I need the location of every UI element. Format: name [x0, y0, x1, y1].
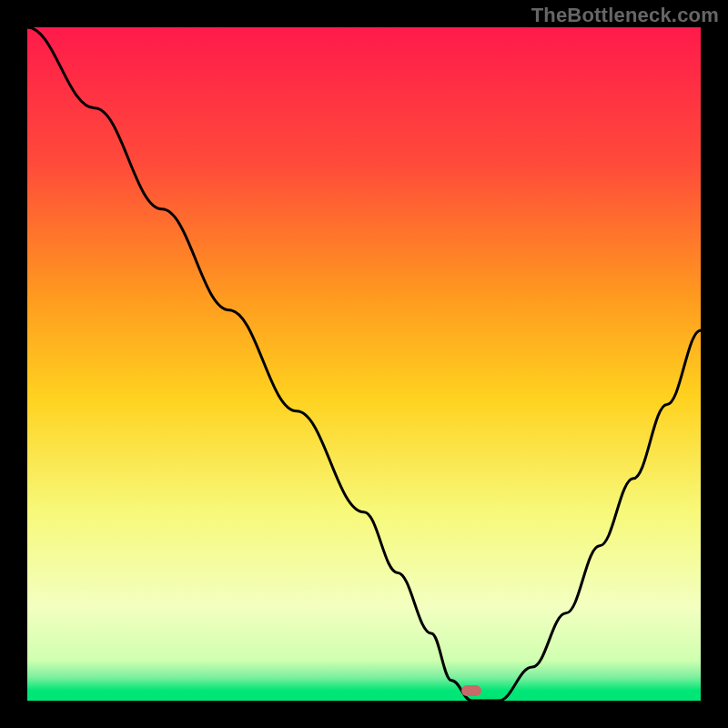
- curve-layer: [27, 27, 701, 701]
- watermark-text: TheBottleneck.com: [531, 4, 719, 27]
- chart-frame: TheBottleneck.com: [0, 0, 728, 728]
- bottleneck-curve: [27, 27, 701, 701]
- plot-area: [27, 27, 701, 701]
- optimal-marker: [461, 685, 481, 696]
